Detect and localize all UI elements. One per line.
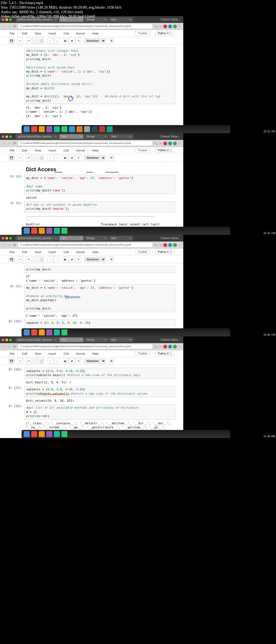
code-cell[interactable]: In [21]: subjects = {2:4, 3:9, 4:16, 5:2…: [8, 386, 175, 397]
cell-type-select[interactable]: Markdown: [84, 359, 106, 364]
restart-button[interactable]: ↻: [75, 358, 81, 364]
dock-app-icon[interactable]: [61, 126, 67, 132]
browser-tab[interactable]: Sets×: [109, 134, 133, 139]
reload-button[interactable]: ⟳: [12, 24, 17, 29]
close-icon[interactable]: ×: [80, 237, 81, 240]
close-icon[interactable]: ×: [55, 135, 57, 138]
move-down-button[interactable]: ↓: [54, 38, 60, 44]
markdown-cell[interactable]: Dict Access: [8, 164, 175, 174]
stop-button[interactable]: ■: [69, 358, 75, 364]
reload-button[interactable]: ⟳: [12, 345, 17, 349]
stop-button[interactable]: ■: [69, 38, 75, 44]
extension-icon[interactable]: [173, 142, 177, 145]
move-up-button[interactable]: ↑: [47, 155, 53, 161]
menu-help[interactable]: Help: [91, 352, 100, 356]
command-palette-button[interactable]: ⌘: [108, 155, 114, 161]
extension-icon[interactable]: [168, 345, 172, 349]
menu-icon[interactable]: ⋮: [178, 243, 182, 247]
menu-insert[interactable]: Insert: [47, 148, 57, 153]
search-icon[interactable]: 🔍: [154, 25, 157, 28]
close-icon[interactable]: ×: [105, 338, 106, 341]
menu-view[interactable]: View: [34, 250, 42, 254]
dock-app-icon[interactable]: [69, 126, 75, 132]
save-button[interactable]: 💾: [9, 155, 15, 161]
menu-insert[interactable]: Insert: [47, 352, 57, 356]
move-down-button[interactable]: ↓: [54, 358, 60, 364]
dock-app-icon[interactable]: [46, 329, 52, 335]
command-palette-button[interactable]: ⌘: [108, 358, 114, 364]
dock-app-icon[interactable]: [54, 228, 60, 234]
maximize-window-button[interactable]: [9, 135, 12, 138]
dock-app-icon[interactable]: [24, 228, 30, 234]
menu-help[interactable]: Help: [91, 31, 100, 36]
stop-button[interactable]: ■: [69, 155, 75, 161]
browser-tab[interactable]: Sets×: [109, 236, 133, 240]
code-cell[interactable]: #dictionary with integer keys my_dict = …: [8, 47, 175, 104]
cut-button[interactable]: ✂: [26, 155, 32, 161]
reload-button[interactable]: ⟳: [12, 141, 17, 146]
minimize-window-button[interactable]: [5, 339, 8, 341]
dock-app-icon[interactable]: [46, 126, 52, 132]
close-window-button[interactable]: [2, 339, 4, 341]
menu-cell[interactable]: Cell: [63, 148, 70, 153]
dock-app-icon[interactable]: [39, 126, 45, 132]
reload-button[interactable]: ⟳: [12, 243, 17, 247]
restart-button[interactable]: ↻: [75, 256, 81, 262]
close-icon[interactable]: ×: [80, 135, 81, 138]
run-button[interactable]: ▶|: [63, 358, 68, 364]
url-input[interactable]: ⓘ localhost:8888/notebooks/Google%20Driv…: [18, 344, 153, 349]
dock-app-icon[interactable]: [99, 126, 105, 132]
dock-app-icon[interactable]: [24, 329, 30, 335]
search-icon[interactable]: 🔍: [154, 142, 157, 145]
dock-app-icon[interactable]: [92, 126, 98, 132]
maximize-window-button[interactable]: [9, 237, 12, 240]
code-cell[interactable]: In [20]: subjects = {2:4, 3:9, 4:16, 5:2…: [8, 368, 175, 379]
menu-cell[interactable]: Cell: [63, 352, 70, 356]
dock-app-icon[interactable]: [46, 431, 52, 437]
url-input[interactable]: ⓘ localhost:8888/notebooks/Google%20Driv…: [18, 141, 153, 146]
notebook-content[interactable]: print(my_dict) 27 {'name': 'satish', 'ad…: [0, 263, 183, 336]
star-icon[interactable]: ☆: [158, 142, 162, 145]
url-input[interactable]: ⓘ localhost:8888/notebooks/Google%20Driv…: [18, 242, 153, 247]
dock-app-icon[interactable]: [39, 228, 45, 234]
save-button[interactable]: 💾: [9, 256, 15, 262]
extension-icon[interactable]: [168, 25, 172, 28]
extension-icon[interactable]: [163, 25, 167, 28]
trusted-button[interactable]: Trusted: [135, 148, 150, 153]
stop-button[interactable]: ■: [69, 256, 75, 262]
menu-edit[interactable]: Edit: [21, 31, 28, 36]
star-icon[interactable]: ☆: [158, 243, 162, 247]
menu-file[interactable]: File: [9, 250, 16, 254]
cut-button[interactable]: ✂: [26, 38, 32, 44]
dock-app-icon[interactable]: [107, 126, 113, 132]
dock-app-icon[interactable]: [31, 126, 37, 132]
menu-icon[interactable]: ⋮: [178, 142, 182, 145]
dock-app-icon[interactable]: [31, 329, 37, 335]
menu-file[interactable]: File: [9, 148, 16, 153]
code-cell[interactable]: print(my_dict): [8, 266, 175, 273]
run-button[interactable]: ▶|: [63, 256, 68, 262]
move-up-button[interactable]: ↑: [47, 358, 53, 364]
extension-icon[interactable]: [163, 243, 167, 247]
dock-app-icon[interactable]: [54, 329, 60, 335]
kernel-indicator[interactable]: Python 3: [156, 351, 175, 356]
dock-app-icon[interactable]: [54, 431, 60, 437]
cut-button[interactable]: ✂: [26, 358, 32, 364]
trusted-button[interactable]: Trusted: [135, 31, 150, 36]
move-down-button[interactable]: ↓: [54, 155, 60, 161]
minimize-window-button[interactable]: [5, 135, 8, 138]
menu-kernel[interactable]: Kernel: [75, 31, 86, 36]
save-button[interactable]: 💾: [9, 358, 15, 364]
run-button[interactable]: ▶|: [63, 155, 68, 161]
dock-app-icon[interactable]: [31, 228, 37, 234]
menu-file[interactable]: File: [9, 31, 16, 36]
close-icon[interactable]: ×: [129, 135, 131, 138]
dock-app-icon[interactable]: [84, 126, 90, 132]
command-palette-button[interactable]: ⌘: [108, 256, 114, 262]
add-cell-button[interactable]: +: [17, 256, 23, 262]
menu-icon[interactable]: ⋮: [178, 345, 182, 349]
cell-type-select[interactable]: Markdown: [84, 155, 106, 160]
browser-tab[interactable]: Strings×: [84, 338, 108, 342]
restart-button[interactable]: ↻: [75, 38, 81, 44]
menu-insert[interactable]: Insert: [47, 31, 57, 36]
